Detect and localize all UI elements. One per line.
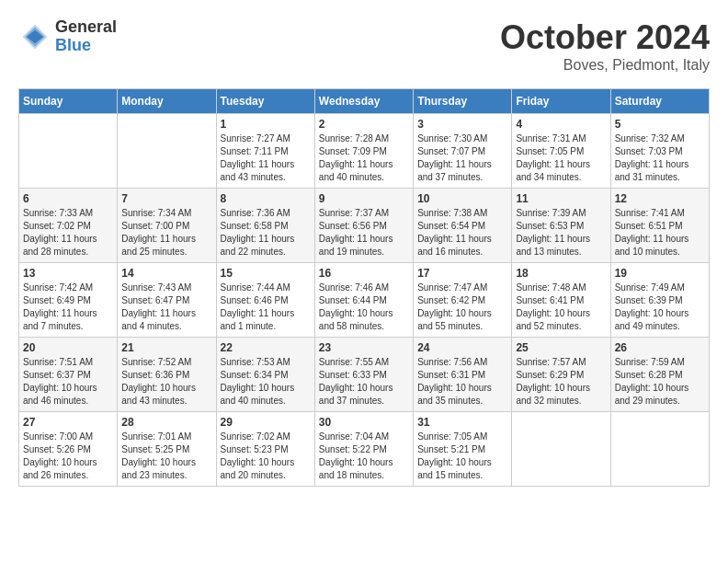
day-info: Sunrise: 7:00 AM Sunset: 5:26 PM Dayligh…	[23, 431, 113, 482]
day-of-week-header: Sunday	[19, 89, 118, 114]
calendar-cell: 9Sunrise: 7:37 AM Sunset: 6:56 PM Daylig…	[314, 189, 413, 263]
day-number: 27	[23, 416, 113, 429]
calendar-cell: 17Sunrise: 7:47 AM Sunset: 6:42 PM Dayli…	[414, 263, 512, 338]
calendar-cell: 31Sunrise: 7:05 AM Sunset: 5:21 PM Dayli…	[414, 412, 512, 487]
title-section: October 2024 Boves, Piedmont, Italy	[500, 18, 710, 74]
calendar-cell: 14Sunrise: 7:43 AM Sunset: 6:47 PM Dayli…	[118, 263, 216, 338]
day-number: 1	[221, 118, 311, 131]
day-number: 22	[221, 341, 311, 354]
day-info: Sunrise: 7:04 AM Sunset: 5:22 PM Dayligh…	[319, 431, 409, 482]
calendar-cell: 13Sunrise: 7:42 AM Sunset: 6:49 PM Dayli…	[19, 263, 118, 338]
day-number: 9	[319, 192, 409, 205]
calendar-week-row: 20Sunrise: 7:51 AM Sunset: 6:37 PM Dayli…	[19, 338, 710, 412]
calendar-cell: 1Sunrise: 7:27 AM Sunset: 7:11 PM Daylig…	[216, 114, 314, 189]
calendar-cell: 23Sunrise: 7:55 AM Sunset: 6:33 PM Dayli…	[314, 338, 413, 412]
day-info: Sunrise: 7:41 AM Sunset: 6:51 PM Dayligh…	[615, 207, 705, 259]
calendar-week-row: 1Sunrise: 7:27 AM Sunset: 7:11 PM Daylig…	[19, 114, 710, 189]
day-info: Sunrise: 7:33 AM Sunset: 7:02 PM Dayligh…	[23, 207, 113, 259]
day-info: Sunrise: 7:37 AM Sunset: 6:56 PM Dayligh…	[319, 207, 409, 259]
day-number: 20	[23, 341, 113, 354]
day-info: Sunrise: 7:34 AM Sunset: 7:00 PM Dayligh…	[121, 207, 211, 259]
day-number: 13	[23, 267, 113, 280]
day-info: Sunrise: 7:38 AM Sunset: 6:54 PM Dayligh…	[417, 207, 507, 259]
logo-icon	[18, 20, 51, 53]
calendar-cell: 29Sunrise: 7:02 AM Sunset: 5:23 PM Dayli…	[216, 412, 314, 487]
day-of-week-header: Monday	[118, 89, 216, 114]
calendar-cell: 27Sunrise: 7:00 AM Sunset: 5:26 PM Dayli…	[19, 412, 118, 487]
day-info: Sunrise: 7:05 AM Sunset: 5:21 PM Dayligh…	[417, 431, 507, 482]
day-info: Sunrise: 7:39 AM Sunset: 6:53 PM Dayligh…	[516, 207, 606, 259]
day-info: Sunrise: 7:46 AM Sunset: 6:44 PM Dayligh…	[319, 282, 409, 333]
calendar-cell: 16Sunrise: 7:46 AM Sunset: 6:44 PM Dayli…	[314, 263, 413, 338]
calendar-cell: 30Sunrise: 7:04 AM Sunset: 5:22 PM Dayli…	[314, 412, 413, 487]
calendar-cell: 22Sunrise: 7:53 AM Sunset: 6:34 PM Dayli…	[216, 338, 314, 412]
day-number: 2	[319, 118, 409, 131]
calendar-cell: 24Sunrise: 7:56 AM Sunset: 6:31 PM Dayli…	[414, 338, 512, 412]
day-number: 26	[615, 341, 705, 354]
day-number: 3	[417, 118, 507, 131]
calendar-header-row: SundayMondayTuesdayWednesdayThursdayFrid…	[19, 89, 710, 114]
day-number: 19	[615, 267, 705, 280]
day-number: 30	[319, 416, 409, 429]
day-number: 16	[319, 267, 409, 280]
day-number: 28	[121, 416, 211, 429]
day-number: 25	[516, 341, 606, 354]
day-info: Sunrise: 7:51 AM Sunset: 6:37 PM Dayligh…	[23, 356, 113, 408]
calendar-cell: 28Sunrise: 7:01 AM Sunset: 5:25 PM Dayli…	[118, 412, 216, 487]
day-number: 29	[221, 416, 311, 429]
calendar-cell: 3Sunrise: 7:30 AM Sunset: 7:07 PM Daylig…	[414, 114, 512, 189]
location: Boves, Piedmont, Italy	[500, 57, 710, 74]
month-title: October 2024	[500, 18, 710, 57]
day-info: Sunrise: 7:27 AM Sunset: 7:11 PM Dayligh…	[221, 132, 311, 184]
calendar-cell	[19, 114, 118, 189]
calendar-cell: 26Sunrise: 7:59 AM Sunset: 6:28 PM Dayli…	[610, 338, 709, 412]
day-info: Sunrise: 7:56 AM Sunset: 6:31 PM Dayligh…	[417, 356, 507, 408]
calendar-week-row: 27Sunrise: 7:00 AM Sunset: 5:26 PM Dayli…	[19, 412, 710, 487]
day-of-week-header: Saturday	[610, 89, 709, 114]
day-number: 4	[516, 118, 606, 131]
logo-text: General Blue	[55, 18, 117, 55]
calendar-cell: 7Sunrise: 7:34 AM Sunset: 7:00 PM Daylig…	[118, 189, 216, 263]
day-info: Sunrise: 7:30 AM Sunset: 7:07 PM Dayligh…	[417, 132, 507, 184]
calendar-cell: 19Sunrise: 7:49 AM Sunset: 6:39 PM Dayli…	[610, 263, 709, 338]
day-info: Sunrise: 7:49 AM Sunset: 6:39 PM Dayligh…	[615, 282, 705, 333]
day-number: 11	[516, 192, 606, 205]
day-number: 17	[417, 267, 507, 280]
day-info: Sunrise: 7:57 AM Sunset: 6:29 PM Dayligh…	[516, 356, 606, 408]
day-info: Sunrise: 7:44 AM Sunset: 6:46 PM Dayligh…	[221, 282, 311, 333]
calendar-week-row: 6Sunrise: 7:33 AM Sunset: 7:02 PM Daylig…	[19, 189, 710, 263]
calendar-cell: 25Sunrise: 7:57 AM Sunset: 6:29 PM Dayli…	[512, 338, 610, 412]
day-number: 7	[121, 192, 211, 205]
calendar-week-row: 13Sunrise: 7:42 AM Sunset: 6:49 PM Dayli…	[19, 263, 710, 338]
day-info: Sunrise: 7:48 AM Sunset: 6:41 PM Dayligh…	[516, 282, 606, 333]
calendar-cell	[512, 412, 610, 487]
day-info: Sunrise: 7:01 AM Sunset: 5:25 PM Dayligh…	[121, 431, 211, 482]
day-of-week-header: Wednesday	[314, 89, 413, 114]
day-of-week-header: Thursday	[414, 89, 512, 114]
day-number: 23	[319, 341, 409, 354]
calendar-cell	[610, 412, 709, 487]
day-number: 15	[221, 267, 311, 280]
calendar-cell: 21Sunrise: 7:52 AM Sunset: 6:36 PM Dayli…	[118, 338, 216, 412]
day-info: Sunrise: 7:55 AM Sunset: 6:33 PM Dayligh…	[319, 356, 409, 408]
day-number: 5	[615, 118, 705, 131]
day-info: Sunrise: 7:42 AM Sunset: 6:49 PM Dayligh…	[23, 282, 113, 333]
calendar-cell: 5Sunrise: 7:32 AM Sunset: 7:03 PM Daylig…	[610, 114, 709, 189]
day-info: Sunrise: 7:53 AM Sunset: 6:34 PM Dayligh…	[221, 356, 311, 408]
day-info: Sunrise: 7:28 AM Sunset: 7:09 PM Dayligh…	[319, 132, 409, 184]
page-header: General Blue October 2024 Boves, Piedmon…	[18, 18, 710, 74]
calendar-cell: 12Sunrise: 7:41 AM Sunset: 6:51 PM Dayli…	[610, 189, 709, 263]
calendar-cell: 8Sunrise: 7:36 AM Sunset: 6:58 PM Daylig…	[216, 189, 314, 263]
calendar-table: SundayMondayTuesdayWednesdayThursdayFrid…	[18, 88, 710, 487]
day-of-week-header: Friday	[512, 89, 610, 114]
day-number: 10	[417, 192, 507, 205]
day-number: 8	[221, 192, 311, 205]
calendar-cell: 15Sunrise: 7:44 AM Sunset: 6:46 PM Dayli…	[216, 263, 314, 338]
day-info: Sunrise: 7:43 AM Sunset: 6:47 PM Dayligh…	[121, 282, 211, 333]
calendar-cell: 2Sunrise: 7:28 AM Sunset: 7:09 PM Daylig…	[314, 114, 413, 189]
day-number: 12	[615, 192, 705, 205]
day-info: Sunrise: 7:47 AM Sunset: 6:42 PM Dayligh…	[417, 282, 507, 333]
day-number: 18	[516, 267, 606, 280]
calendar-cell: 20Sunrise: 7:51 AM Sunset: 6:37 PM Dayli…	[19, 338, 118, 412]
day-info: Sunrise: 7:52 AM Sunset: 6:36 PM Dayligh…	[121, 356, 211, 408]
